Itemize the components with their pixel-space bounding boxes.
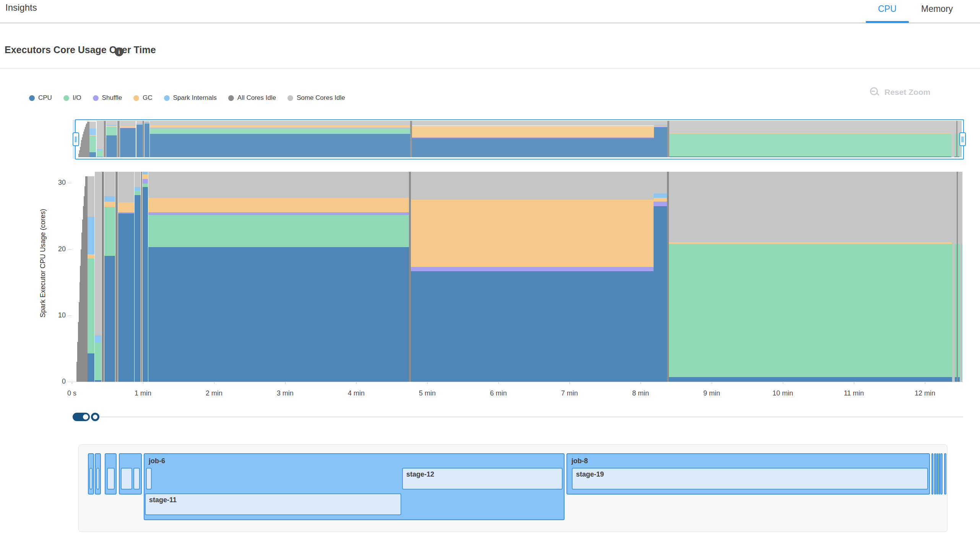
gantt-stage-label: stage-11: [149, 496, 401, 504]
gantt-stage-bar-stage-11[interactable]: stage-11: [145, 493, 401, 515]
navigator-right-handle[interactable]: [959, 132, 966, 146]
gantt-job-bar[interactable]: [938, 453, 940, 495]
gantt-job-bar[interactable]: [944, 453, 946, 495]
gantt-stage-label: stage-19: [576, 470, 927, 478]
jobs-timeline: job-6stage-12stage-11job-8stage-19: [0, 0, 980, 537]
gantt-job-bar[interactable]: [936, 453, 938, 495]
gantt-stage-bar[interactable]: [133, 468, 140, 490]
gantt-stage-bar[interactable]: [146, 468, 152, 490]
gantt-job-label: job-8: [571, 457, 929, 465]
gantt-stage-bar[interactable]: [89, 468, 92, 490]
gantt-job-bar[interactable]: [940, 453, 943, 495]
gantt-stage-label: stage-12: [406, 470, 562, 478]
gantt-job-bar[interactable]: [931, 453, 933, 495]
gantt-job-label: job-6: [149, 457, 564, 465]
gantt-stage-bar[interactable]: [121, 468, 132, 490]
insights-page: Insights CPU Memory Executors Core Usage…: [0, 0, 980, 537]
navigator-left-handle[interactable]: [73, 132, 79, 146]
navigator-selection[interactable]: [75, 119, 964, 159]
gantt-stage-bar-stage-12[interactable]: stage-12: [402, 468, 563, 490]
gantt-stage-bar[interactable]: [107, 468, 115, 490]
gantt-stage-bar-stage-19[interactable]: stage-19: [572, 468, 928, 490]
gantt-job-bar[interactable]: [934, 453, 936, 495]
gantt-stage-bar[interactable]: [96, 468, 99, 490]
